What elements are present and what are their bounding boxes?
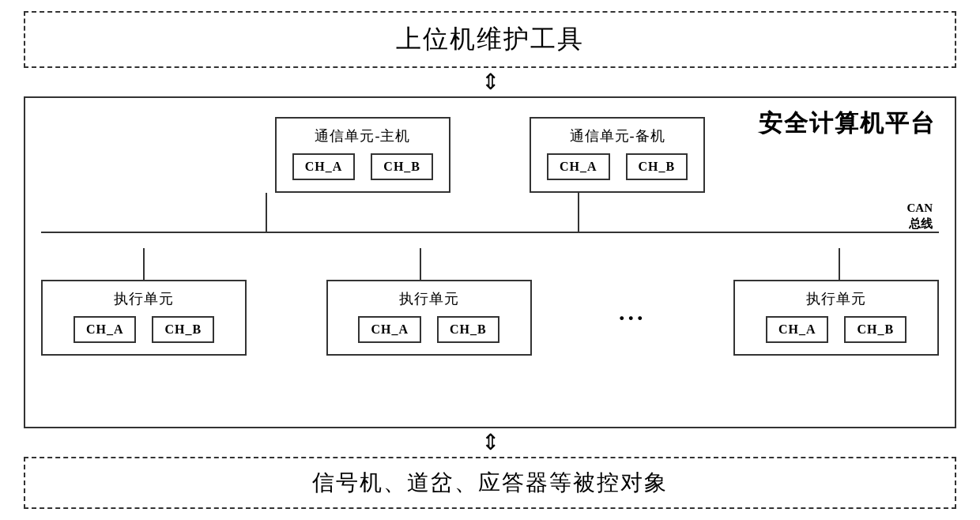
exec-unit-1-label: 执行单元 [114, 289, 174, 308]
exec-unit-1-ch-row: CH_A CH_B [74, 316, 214, 343]
bottom-double-arrow: ⇕ [481, 431, 499, 454]
top-double-arrow: ⇕ [481, 71, 499, 93]
comm-unit-primary-ch-a: CH_A [292, 153, 356, 180]
comm-unit-backup-ch-row: CH_A CH_B [547, 153, 688, 180]
diagram-wrapper: 上位机维护工具 ⇕ 安全计算机平台 通信单元-主机 CH_A CH_B 通信 [24, 11, 956, 509]
bottom-arrow-connector: ⇕ [481, 428, 499, 457]
exec-unit-2-ch-b: CH_B [437, 316, 499, 343]
exec-unit-2: 执行单元 CH_A CH_B [326, 280, 532, 356]
top-arrow-connector: ⇕ [481, 68, 499, 96]
exec-unit-3-ch-row: CH_A CH_B [766, 316, 906, 343]
exec-unit-1: 执行单元 CH_A CH_B [41, 280, 247, 356]
exec-section: 执行单元 CH_A CH_B 执行单元 CH_A CH_B [41, 248, 939, 356]
exec-unit-3-ch-a: CH_A [766, 316, 829, 343]
exec-unit-1-ch-b: CH_B [152, 316, 214, 343]
comm-unit-backup-ch-b: CH_B [626, 153, 688, 180]
top-label: 上位机维护工具 [396, 22, 584, 57]
bottom-label: 信号机、道岔、应答器等被控对象 [312, 468, 668, 498]
comm-unit-primary-label: 通信单元-主机 [315, 126, 410, 145]
comm-unit-backup-label: 通信单元-备机 [570, 126, 665, 145]
top-box: 上位机维护工具 [24, 11, 956, 68]
comm-unit-primary: 通信单元-主机 CH_A CH_B [275, 117, 450, 193]
comm-units-row: 通信单元-主机 CH_A CH_B 通信单元-备机 CH_A CH_B [41, 117, 939, 193]
comm-unit-primary-ch-b: CH_B [371, 153, 433, 180]
platform-inner: 通信单元-主机 CH_A CH_B 通信单元-备机 CH_A CH_B [41, 111, 939, 356]
exec-unit-2-ch-row: CH_A CH_B [358, 316, 499, 343]
exec-unit-3-ch-b: CH_B [844, 316, 906, 343]
comm-unit-primary-ch-row: CH_A CH_B [292, 153, 433, 180]
exec-unit-3: 执行单元 CH_A CH_B [733, 280, 939, 356]
bottom-box: 信号机、道岔、应答器等被控对象 [24, 457, 956, 509]
ellipsis-separator: ··· [611, 304, 654, 331]
exec-lines-spacer [41, 248, 939, 280]
exec-unit-1-ch-a: CH_A [74, 316, 137, 343]
platform-box: 安全计算机平台 通信单元-主机 CH_A CH_B 通信单元-备机 CH_A [24, 96, 956, 428]
can-bus-label: CAN总线 [907, 201, 933, 232]
can-bus-svg [41, 193, 939, 248]
exec-unit-2-label: 执行单元 [399, 289, 459, 308]
exec-unit-2-ch-a: CH_A [358, 316, 421, 343]
comm-unit-backup: 通信单元-备机 CH_A CH_B [530, 117, 705, 193]
comm-unit-backup-ch-a: CH_A [547, 153, 610, 180]
exec-units-row: 执行单元 CH_A CH_B 执行单元 CH_A CH_B [41, 280, 939, 356]
can-bus-section: CAN总线 [41, 193, 939, 248]
exec-unit-3-label: 执行单元 [806, 289, 866, 308]
